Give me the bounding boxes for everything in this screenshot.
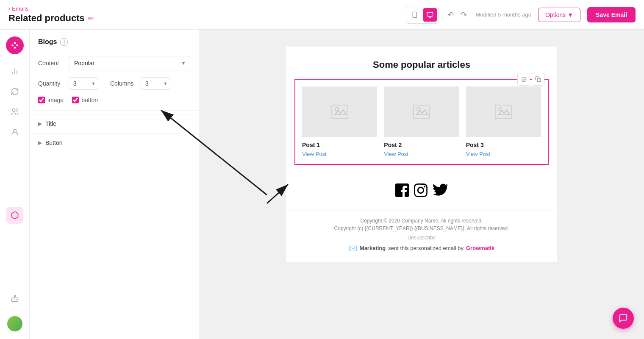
button-checkbox[interactable]	[72, 97, 79, 103]
unsubscribe-link[interactable]: Unsubscribe	[294, 235, 549, 241]
posts-grid: Post 1 View Post Post 2	[302, 86, 541, 157]
post-image-3	[466, 86, 541, 137]
breadcrumb[interactable]: ‹ Emails	[8, 6, 399, 12]
undo-button[interactable]: ↶	[446, 8, 455, 21]
sidebar-item-bot[interactable]	[6, 290, 23, 307]
svg-point-15	[14, 295, 15, 297]
device-toggle	[406, 6, 439, 24]
image-checkbox-item[interactable]: image	[38, 97, 64, 103]
image-checkbox-label: image	[47, 97, 64, 103]
email-footer: Copyright © 2020 Company Name, All right…	[286, 211, 557, 262]
desktop-view-button[interactable]	[423, 8, 437, 22]
twitter-icon[interactable]	[433, 183, 448, 200]
avatar-image	[7, 316, 22, 331]
content-label: Content	[38, 60, 64, 67]
growmatik-link[interactable]: Growmatik	[466, 245, 494, 251]
sidebar-item-analytics[interactable]	[6, 63, 23, 80]
user-avatar[interactable]	[6, 315, 23, 332]
save-email-button[interactable]: Save Email	[587, 7, 636, 22]
page-title-row: Related products ✏	[8, 13, 399, 24]
chevron-right-icon: ▶	[38, 121, 42, 127]
checkbox-row: image button	[30, 93, 199, 107]
title-accordion-label: Title	[45, 120, 56, 127]
quantity-select[interactable]: 3 1 2 4	[69, 77, 98, 90]
svg-rect-19	[537, 78, 541, 82]
quantity-select-wrapper: 3 1 2 4 ▼	[69, 77, 98, 90]
email-header-section: Some popular articles	[286, 47, 557, 79]
header-right: ↶ ↷ Modified 5 months ago Options ▼ Save…	[446, 7, 636, 22]
copyright-1: Copyright © 2020 Company Name, All right…	[294, 218, 549, 224]
facebook-icon[interactable]	[395, 183, 409, 200]
social-section	[286, 173, 557, 211]
top-header: ‹ Emails Related products ✏ ↶ ↷ Modified…	[0, 0, 644, 30]
svg-point-5	[11, 44, 14, 47]
button-checkbox-item[interactable]: button	[72, 97, 98, 103]
panel-title: Blogs i	[30, 38, 199, 53]
post-card-2: Post 2 View Post	[384, 86, 459, 157]
options-button[interactable]: Options ▼	[538, 8, 580, 22]
content-area: Some popular articles	[199, 30, 644, 339]
post-title-2: Post 2	[384, 142, 459, 148]
instagram-icon[interactable]	[414, 183, 427, 200]
header-left: ‹ Emails Related products ✏	[8, 6, 399, 24]
content-select[interactable]: Popular Recent Featured	[69, 56, 190, 70]
view-post-link-1[interactable]: View Post	[302, 151, 377, 157]
breadcrumb-label: Emails	[12, 6, 28, 12]
icon-sidebar	[0, 30, 30, 339]
mobile-view-button[interactable]	[408, 8, 422, 22]
svg-rect-2	[427, 12, 433, 16]
modified-text: Modified 5 months ago	[475, 11, 531, 18]
chevron-down-icon: ▼	[567, 11, 573, 18]
duplicate-block-button[interactable]	[532, 73, 544, 86]
svg-point-8	[14, 47, 16, 49]
button-accordion[interactable]: ▶ Button	[30, 133, 199, 152]
undo-redo-group: ↶ ↷	[446, 8, 469, 21]
growmatik-footer: ✉️ Marketing sent this personalized emai…	[294, 244, 549, 252]
divider-1	[30, 110, 199, 111]
copyright-2: Copyright (c) {{CURRENT_YEAR}} {{BUSINES…	[294, 225, 549, 231]
columns-select-wrapper: 3 1 2 4 ▼	[141, 77, 170, 90]
panel-title-text: Blogs	[38, 38, 57, 46]
sidebar-item-blocks[interactable]	[6, 207, 23, 224]
button-accordion-label: Button	[45, 139, 62, 146]
image-checkbox[interactable]	[38, 97, 45, 103]
columns-select[interactable]: 3 1 2 4	[141, 77, 170, 90]
post-image-1	[302, 86, 377, 137]
post-card-3: Post 3 View Post	[466, 86, 541, 157]
info-icon[interactable]: i	[60, 38, 68, 46]
post-title-3: Post 3	[466, 142, 541, 148]
panel-sidebar: Blogs i Content Popular Recent Featured …	[30, 30, 199, 339]
chevron-left-icon: ‹	[8, 6, 10, 12]
redo-button[interactable]: ↷	[459, 8, 469, 21]
post-card-1: Post 1 View Post	[302, 86, 377, 157]
post-image-2	[384, 86, 459, 137]
edit-icon[interactable]: ✏	[88, 14, 94, 22]
quantity-columns-row: Quantity 3 1 2 4 ▼ Columns 3 1 2 4 ▼	[30, 74, 199, 93]
view-post-link-2[interactable]: View Post	[384, 151, 459, 157]
button-checkbox-label: button	[81, 97, 98, 103]
title-accordion[interactable]: ▶ Title	[30, 114, 199, 133]
svg-point-13	[13, 129, 16, 132]
svg-point-7	[16, 44, 18, 47]
email-canvas: Some popular articles	[286, 47, 557, 262]
sidebar-item-sync[interactable]	[6, 83, 23, 100]
app-logo[interactable]	[6, 36, 24, 54]
columns-label: Columns	[110, 80, 136, 87]
chevron-right-icon-2: ▶	[38, 140, 42, 146]
svg-rect-0	[413, 12, 417, 17]
chat-bubble-button[interactable]	[613, 308, 634, 329]
svg-point-6	[14, 42, 16, 44]
options-label: Options	[545, 11, 566, 18]
main-layout: Blogs i Content Popular Recent Featured …	[0, 30, 644, 339]
block-actions	[517, 73, 544, 86]
blog-posts-block[interactable]: Post 1 View Post Post 2	[294, 79, 549, 165]
quantity-label: Quantity	[38, 80, 64, 87]
content-row: Content Popular Recent Featured ▼	[30, 53, 199, 74]
svg-point-12	[12, 109, 15, 112]
sidebar-item-audience[interactable]	[6, 103, 23, 120]
post-title-1: Post 1	[302, 142, 377, 148]
sidebar-item-profile[interactable]	[6, 124, 23, 141]
delete-block-button[interactable]	[517, 73, 530, 86]
content-select-wrapper: Popular Recent Featured ▼	[69, 56, 190, 70]
view-post-link-3[interactable]: View Post	[466, 151, 541, 157]
